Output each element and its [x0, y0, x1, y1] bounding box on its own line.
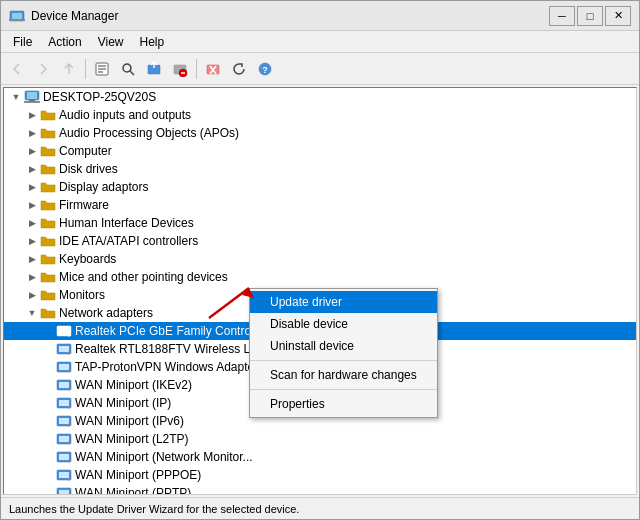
expander-disk-drives[interactable]: ▶: [24, 161, 40, 177]
svg-rect-35: [59, 400, 69, 406]
svg-rect-29: [59, 364, 69, 370]
tree-item-hid[interactable]: ▶ Human Interface Devices: [4, 214, 636, 232]
label-wan-ip: WAN Miniport (IP): [75, 396, 171, 410]
root-expander[interactable]: ▼: [8, 89, 24, 105]
expander-network[interactable]: ▼: [24, 305, 40, 321]
svg-rect-21: [29, 100, 35, 101]
tree-item-wan-pppoe[interactable]: WAN Miniport (PPPOE): [4, 466, 636, 484]
folder-icon-display-adapt: [40, 179, 56, 195]
menu-help[interactable]: Help: [132, 33, 173, 51]
svg-point-45: [68, 460, 71, 463]
expander-audio-proc[interactable]: ▶: [24, 125, 40, 141]
tree-item-firmware[interactable]: ▶ Firmware: [4, 196, 636, 214]
menu-view[interactable]: View: [90, 33, 132, 51]
scan-hardware-button[interactable]: [227, 57, 251, 81]
label-wan-ipv6: WAN Miniport (IPv6): [75, 414, 184, 428]
ctx-properties[interactable]: Properties: [250, 393, 437, 415]
folder-icon-disk-drives: [40, 161, 56, 177]
device-icon-wan-ipv6: [56, 413, 72, 429]
tree-item-keyboards[interactable]: ▶ Keyboards: [4, 250, 636, 268]
help-button[interactable]: ?: [253, 57, 277, 81]
maximize-button[interactable]: □: [577, 6, 603, 26]
tree-item-wan-l2tp[interactable]: WAN Miniport (L2TP): [4, 430, 636, 448]
label-ide: IDE ATA/ATAPI controllers: [59, 234, 198, 248]
label-audio-proc: Audio Processing Objects (APOs): [59, 126, 239, 140]
folder-icon-mice: [40, 269, 56, 285]
device-icon-realtek-gbe: [56, 323, 72, 339]
ctx-scan-hardware[interactable]: Scan for hardware changes: [250, 364, 437, 386]
tree-item-audio-io[interactable]: ▶ Audio inputs and outputs: [4, 106, 636, 124]
tree-root[interactable]: ▼ DESKTOP-25QV20S: [4, 88, 636, 106]
expander-display-adapt[interactable]: ▶: [24, 179, 40, 195]
expander-ide[interactable]: ▶: [24, 233, 40, 249]
ctx-disable-device[interactable]: Disable device: [250, 313, 437, 335]
expander-mice[interactable]: ▶: [24, 269, 40, 285]
device-icon-realtek-wifi: [56, 341, 72, 357]
svg-rect-44: [59, 454, 69, 460]
uninstall-button[interactable]: [201, 57, 225, 81]
svg-text:?: ?: [262, 65, 268, 75]
tree-item-mice[interactable]: ▶ Mice and other pointing devices: [4, 268, 636, 286]
label-audio-io: Audio inputs and outputs: [59, 108, 191, 122]
expander-monitors[interactable]: ▶: [24, 287, 40, 303]
svg-point-48: [68, 478, 71, 481]
folder-icon-firmware: [40, 197, 56, 213]
properties-button[interactable]: [90, 57, 114, 81]
folder-icon-keyboards: [40, 251, 56, 267]
title-bar: Device Manager ─ □ ✕: [1, 1, 639, 31]
tree-item-ide[interactable]: ▶ IDE ATA/ATAPI controllers: [4, 232, 636, 250]
ctx-uninstall-device[interactable]: Uninstall device: [250, 335, 437, 357]
computer-icon: [24, 89, 40, 105]
svg-point-27: [68, 352, 71, 355]
device-manager-window: Device Manager ─ □ ✕ File Action View He…: [0, 0, 640, 520]
expander-firmware[interactable]: ▶: [24, 197, 40, 213]
close-button[interactable]: ✕: [605, 6, 631, 26]
device-icon-wan-netmon: [56, 449, 72, 465]
back-button[interactable]: [5, 57, 29, 81]
disable-button[interactable]: [168, 57, 192, 81]
svg-rect-20: [24, 101, 40, 103]
expander-audio-io[interactable]: ▶: [24, 107, 40, 123]
tree-view[interactable]: ▼ DESKTOP-25QV20S ▶ Audio inputs and out…: [3, 87, 637, 495]
svg-point-36: [68, 406, 71, 409]
toolbar: ?: [1, 53, 639, 85]
context-menu-separator-2: [250, 389, 437, 390]
toolbar-separator-2: [196, 59, 197, 79]
label-tap-proton: TAP-ProtonVPN Windows Adapte...: [75, 360, 264, 374]
minimize-button[interactable]: ─: [549, 6, 575, 26]
label-wan-netmon: WAN Miniport (Network Monitor...: [75, 450, 253, 464]
tree-item-wan-pptp[interactable]: WAN Miniport (PPTP): [4, 484, 636, 495]
svg-rect-26: [59, 346, 69, 352]
context-menu-separator-1: [250, 360, 437, 361]
tree-item-audio-proc[interactable]: ▶ Audio Processing Objects (APOs): [4, 124, 636, 142]
scan-button[interactable]: [116, 57, 140, 81]
label-mice: Mice and other pointing devices: [59, 270, 228, 284]
tree-item-wan-netmon[interactable]: WAN Miniport (Network Monitor...: [4, 448, 636, 466]
tree-item-display-adapt[interactable]: ▶ Display adaptors: [4, 178, 636, 196]
update-driver-toolbar-button[interactable]: [142, 57, 166, 81]
menu-file[interactable]: File: [5, 33, 40, 51]
window-controls: ─ □ ✕: [549, 6, 631, 26]
svg-rect-19: [27, 92, 37, 99]
forward-button[interactable]: [31, 57, 55, 81]
expander-keyboards[interactable]: ▶: [24, 251, 40, 267]
svg-rect-32: [59, 382, 69, 388]
tree-item-disk-drives[interactable]: ▶ Disk drives: [4, 160, 636, 178]
label-wan-ikev2: WAN Miniport (IKEv2): [75, 378, 192, 392]
main-content: ▼ DESKTOP-25QV20S ▶ Audio inputs and out…: [1, 85, 639, 519]
label-network: Network adapters: [59, 306, 153, 320]
context-menu: Update driver Disable device Uninstall d…: [249, 288, 438, 418]
ctx-update-driver[interactable]: Update driver: [250, 291, 437, 313]
svg-point-39: [68, 424, 71, 427]
window-title: Device Manager: [31, 9, 549, 23]
folder-icon-hid: [40, 215, 56, 231]
expander-computer[interactable]: ▶: [24, 143, 40, 159]
svg-rect-47: [59, 472, 69, 478]
tree-item-computer[interactable]: ▶ Computer: [4, 142, 636, 160]
svg-rect-38: [59, 418, 69, 424]
expander-hid[interactable]: ▶: [24, 215, 40, 231]
menu-action[interactable]: Action: [40, 33, 89, 51]
folder-icon-monitors: [40, 287, 56, 303]
status-text: Launches the Update Driver Wizard for th…: [9, 503, 299, 515]
up-button[interactable]: [57, 57, 81, 81]
